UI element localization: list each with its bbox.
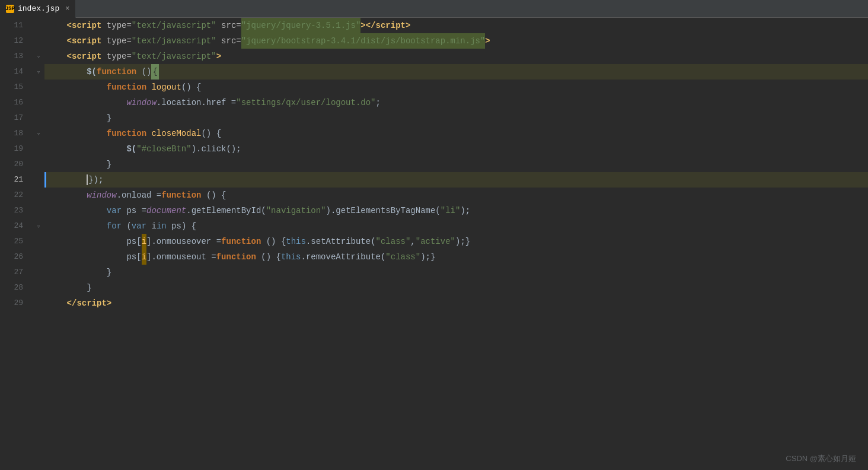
fold-16 [33,95,44,110]
fold-12 [33,33,44,49]
code-line-12: <script type="text/javascript" src="jque… [44,33,868,49]
line-num-21: 21 [0,172,28,188]
code-line-15: function logout () { [44,80,868,95]
fold-28 [33,280,44,296]
line-num-28: 28 [0,280,28,296]
fold-13[interactable]: ▿ [33,49,44,64]
line-num-23: 23 [0,203,28,218]
fold-20 [33,157,44,172]
code-lines: <script type="text/javascript" src="jque… [44,18,868,311]
code-line-23: var ps = document .getElementById( "navi… [44,203,868,218]
line-num-22: 22 [0,188,28,203]
fold-19 [33,141,44,157]
line-num-11: 11 [0,18,28,33]
fold-27 [33,265,44,280]
fold-18[interactable]: ▿ [33,126,44,141]
line-num-27: 27 [0,265,28,280]
fold-11 [33,18,44,33]
tab-bar: JSP index.jsp × [0,0,868,18]
code-line-22: window .onload = function () { [44,188,868,203]
line-num-17: 17 [0,110,28,126]
fold-21 [33,172,44,188]
code-line-25: ps[ i ].onmouseover = function () { this… [44,234,868,249]
code-line-18: function closeModal () { [44,126,868,141]
line-num-29: 29 [0,296,28,311]
line-num-20: 20 [0,157,28,172]
code-line-17: } [44,110,868,126]
code-line-24: for ( var i in ps) { [44,218,868,234]
fold-22 [33,188,44,203]
code-line-13: <script type="text/javascript" > [44,49,868,64]
text-cursor [87,174,88,185]
editor-container: JSP index.jsp × 11 12 13 14 15 16 17 18 … [0,0,868,470]
line-num-26: 26 [0,249,28,265]
line-num-13: 13 [0,49,28,64]
code-area: 11 12 13 14 15 16 17 18 19 20 21 22 23 2… [0,18,868,470]
line-numbers: 11 12 13 14 15 16 17 18 19 20 21 22 23 2… [0,18,33,470]
code-line-16: window .location.href = "settings/qx/use… [44,95,868,110]
line-num-16: 16 [0,95,28,110]
code-line-27: } [44,265,868,280]
code-line-11: <script type="text/javascript" src="jque… [44,18,868,33]
line-num-24: 24 [0,218,28,234]
line-num-19: 19 [0,141,28,157]
line-num-12: 12 [0,33,28,49]
code-line-20: } [44,157,868,172]
fold-14[interactable]: ▿ [33,64,44,80]
tab-close-button[interactable]: × [65,5,69,13]
fold-24[interactable]: ▿ [33,218,44,234]
fold-23 [33,203,44,218]
fold-25 [33,234,44,249]
code-line-21: }); [44,172,868,188]
line-num-14: 14 [0,64,28,80]
fold-15 [33,80,44,95]
fold-29 [33,296,44,311]
active-line-indicator [44,172,46,188]
tab-filename: index.jsp [18,4,59,13]
active-tab[interactable]: JSP index.jsp × [0,0,76,18]
line-num-25: 25 [0,234,28,249]
watermark: CSDN @素心如月娅 [786,453,856,464]
fold-26 [33,249,44,265]
line-num-18: 18 [0,126,28,141]
code-line-14: $(function () { [44,64,868,80]
code-content[interactable]: <script type="text/javascript" src="jque… [44,18,868,470]
gutter: ▿ ▿ ▿ ▿ [33,18,44,470]
code-line-29: </script> [44,296,868,311]
tab-icon: JSP [6,5,14,13]
code-line-26: ps[ i ].onmouseout = function () { this … [44,249,868,265]
line-num-15: 15 [0,80,28,95]
fold-17 [33,110,44,126]
code-line-28: } [44,280,868,296]
code-line-19: $( "#closeBtn" ).click(); [44,141,868,157]
